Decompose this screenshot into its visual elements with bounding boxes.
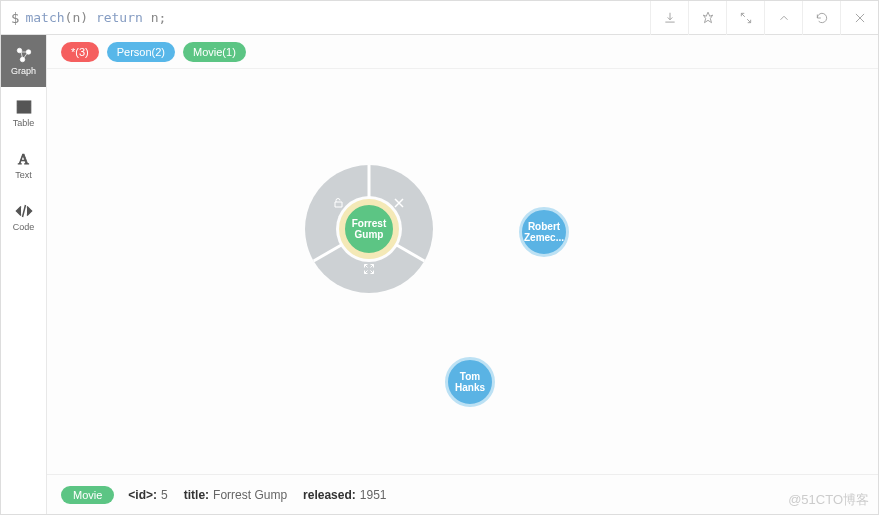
- footer-id-key: <id>:: [128, 488, 157, 502]
- footer-id-value: 5: [161, 488, 168, 502]
- details-footer: Movie <id>: 5 title: Forrest Gump releas…: [47, 474, 878, 514]
- expand-node-icon[interactable]: [363, 263, 375, 275]
- refresh-button[interactable]: [802, 1, 840, 35]
- node-robert-zemeckis[interactable]: Robert Zemec...: [519, 207, 569, 257]
- tab-text-label: Text: [15, 170, 32, 180]
- tab-graph[interactable]: Graph: [1, 35, 46, 87]
- remove-icon[interactable]: [393, 197, 405, 209]
- chip-person[interactable]: Person(2): [107, 42, 175, 62]
- watermark: @51CTO博客: [788, 491, 869, 509]
- tab-table-label: Table: [13, 118, 35, 128]
- collapse-up-button[interactable]: [764, 1, 802, 35]
- footer-title-key: title:: [184, 488, 209, 502]
- chip-movie[interactable]: Movie(1): [183, 42, 246, 62]
- graph-canvas[interactable]: Forrest Gump Robert Zemec... Tom Hanks: [47, 69, 878, 474]
- download-button[interactable]: [650, 1, 688, 35]
- tab-graph-label: Graph: [11, 66, 36, 76]
- node-tom-hanks[interactable]: Tom Hanks: [445, 357, 495, 407]
- expand-button[interactable]: [726, 1, 764, 35]
- node-context-menu: Forrest Gump: [305, 165, 433, 293]
- chip-all[interactable]: *(3): [61, 42, 99, 62]
- prompt-symbol: $: [11, 10, 19, 26]
- footer-title-value: Forrest Gump: [213, 488, 287, 502]
- svg-rect-3: [17, 101, 31, 113]
- footer-released-key: released:: [303, 488, 356, 502]
- tab-code-label: Code: [13, 222, 35, 232]
- tab-text[interactable]: A Text: [1, 139, 46, 191]
- footer-released-value: 1951: [360, 488, 387, 502]
- label-chips-bar: *(3) Person(2) Movie(1): [47, 35, 878, 69]
- footer-label-tag[interactable]: Movie: [61, 486, 114, 504]
- view-mode-sidebar: Graph Table A Text Code: [1, 35, 47, 514]
- unlock-icon[interactable]: [333, 197, 345, 209]
- query-topbar: $ match(n) return n;: [1, 1, 878, 35]
- tab-code[interactable]: Code: [1, 191, 46, 243]
- tab-table[interactable]: Table: [1, 87, 46, 139]
- svg-text:A: A: [18, 151, 29, 167]
- query-input[interactable]: $ match(n) return n;: [1, 1, 650, 34]
- close-button[interactable]: [840, 1, 878, 35]
- toolbar: [650, 1, 878, 34]
- node-forrest-gump[interactable]: Forrest Gump: [339, 199, 399, 259]
- pin-button[interactable]: [688, 1, 726, 35]
